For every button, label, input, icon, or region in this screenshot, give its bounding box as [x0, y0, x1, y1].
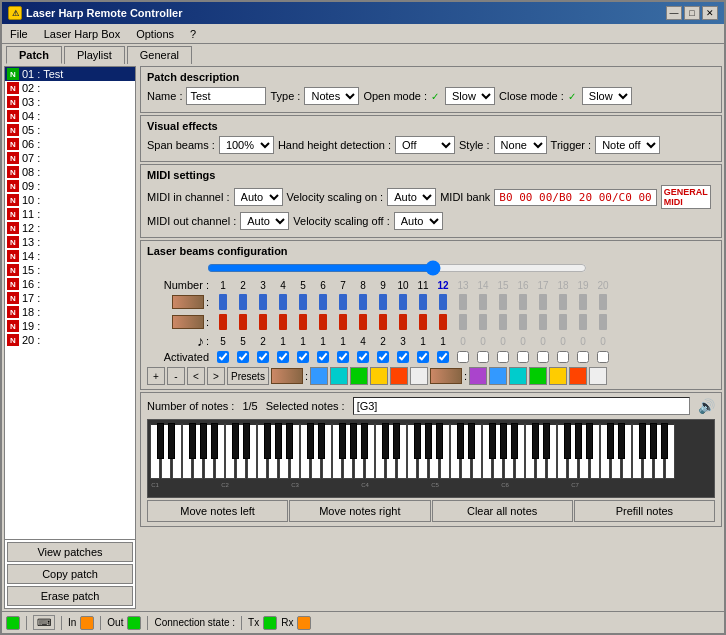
top-bar-cell-11[interactable] — [413, 293, 433, 311]
patch-item-07[interactable]: N 07 : — [5, 151, 135, 165]
black-key-C#2[interactable] — [232, 423, 239, 459]
menu-file[interactable]: File — [6, 27, 32, 41]
top-bar-cell-16[interactable] — [513, 293, 533, 311]
black-key-A#3[interactable] — [361, 423, 368, 459]
prefill-notes-button[interactable]: Prefill notes — [574, 500, 715, 522]
black-key-D#7[interactable] — [618, 423, 625, 459]
chk-13[interactable] — [453, 351, 473, 363]
color-white1[interactable] — [410, 367, 428, 385]
chk-10[interactable] — [393, 351, 413, 363]
black-key-D#4[interactable] — [393, 423, 400, 459]
bot-bar-cell-13[interactable] — [453, 313, 473, 331]
black-key-F#6[interactable] — [564, 423, 571, 459]
top-bar-cell-20[interactable] — [593, 293, 613, 311]
black-key-D#1[interactable] — [168, 423, 175, 459]
top-bar-cell-10[interactable] — [393, 293, 413, 311]
black-key-C#4[interactable] — [382, 423, 389, 459]
close-button[interactable]: ✕ — [702, 6, 718, 20]
bot-bar-cell-4[interactable] — [273, 313, 293, 331]
bot-bar-cell-8[interactable] — [353, 313, 373, 331]
erase-patch-button[interactable]: Erase patch — [7, 586, 133, 606]
bot-bar-cell-10[interactable] — [393, 313, 413, 331]
black-key-F#4[interactable] — [414, 423, 421, 459]
top-bar-cell-17[interactable] — [533, 293, 553, 311]
close-mode-select[interactable]: Slow Fast — [582, 87, 632, 105]
menu-laser-harp-box[interactable]: Laser Harp Box — [40, 27, 124, 41]
black-key-A#6[interactable] — [586, 423, 593, 459]
bot-bar-cell-5[interactable] — [293, 313, 313, 331]
bot-bar-cell-6[interactable] — [313, 313, 333, 331]
patch-item-14[interactable]: N 14 : — [5, 249, 135, 263]
velocity-on-select[interactable]: Auto — [387, 188, 436, 206]
color-green2[interactable] — [529, 367, 547, 385]
remove-beam-button[interactable]: - — [167, 367, 185, 385]
copy-patch-button[interactable]: Copy patch — [7, 564, 133, 584]
patch-item-08[interactable]: N 08 : — [5, 165, 135, 179]
chk-15[interactable] — [493, 351, 513, 363]
view-patches-button[interactable]: View patches — [7, 542, 133, 562]
patch-item-18[interactable]: N 18 : — [5, 305, 135, 319]
hand-select[interactable]: Off On — [395, 136, 455, 154]
top-bar-cell-15[interactable] — [493, 293, 513, 311]
black-key-G#3[interactable] — [350, 423, 357, 459]
bot-bar-cell-12[interactable] — [433, 313, 453, 331]
trigger-select[interactable]: Note off Note on — [595, 136, 660, 154]
top-bar-cell-2[interactable] — [233, 293, 253, 311]
next-beam-button[interactable]: > — [207, 367, 225, 385]
chk-17[interactable] — [533, 351, 553, 363]
chk-6[interactable] — [313, 351, 333, 363]
top-bar-cell-19[interactable] — [573, 293, 593, 311]
style-select[interactable]: None — [494, 136, 547, 154]
chk-9[interactable] — [373, 351, 393, 363]
black-key-G#6[interactable] — [575, 423, 582, 459]
color-blue1[interactable] — [310, 367, 328, 385]
bot-bar-cell-2[interactable] — [233, 313, 253, 331]
patch-item-10[interactable]: N 10 : — [5, 193, 135, 207]
bot-bar-cell-17[interactable] — [533, 313, 553, 331]
bot-bar-cell-18[interactable] — [553, 313, 573, 331]
prev-beam-button[interactable]: < — [187, 367, 205, 385]
top-bar-cell-1[interactable] — [213, 293, 233, 311]
patch-item-20[interactable]: N 20 : — [5, 333, 135, 347]
menu-options[interactable]: Options — [132, 27, 178, 41]
top-bar-cell-3[interactable] — [253, 293, 273, 311]
midi-out-select[interactable]: Auto — [240, 212, 289, 230]
chk-14[interactable] — [473, 351, 493, 363]
black-key-F#3[interactable] — [339, 423, 346, 459]
black-key-C#7[interactable] — [607, 423, 614, 459]
patch-item-04[interactable]: N 04 : — [5, 109, 135, 123]
black-key-D#3[interactable] — [318, 423, 325, 459]
patch-item-06[interactable]: N 06 : — [5, 137, 135, 151]
patch-item-03[interactable]: N 03 : — [5, 95, 135, 109]
chk-2[interactable] — [233, 351, 253, 363]
minimize-button[interactable]: — — [666, 6, 682, 20]
color-yellow1[interactable] — [370, 367, 388, 385]
chk-3[interactable] — [253, 351, 273, 363]
color-white2[interactable] — [589, 367, 607, 385]
chk-12[interactable] — [433, 351, 453, 363]
clear-all-notes-button[interactable]: Clear all notes — [432, 500, 573, 522]
black-key-D#5[interactable] — [468, 423, 475, 459]
chk-16[interactable] — [513, 351, 533, 363]
bot-bar-cell-19[interactable] — [573, 313, 593, 331]
patch-item-13[interactable]: N 13 : — [5, 235, 135, 249]
black-key-D#6[interactable] — [543, 423, 550, 459]
bot-bar-cell-11[interactable] — [413, 313, 433, 331]
chk-7[interactable] — [333, 351, 353, 363]
top-bar-cell-12[interactable] — [433, 293, 453, 311]
open-mode-select[interactable]: Slow Fast — [445, 87, 495, 105]
chk-4[interactable] — [273, 351, 293, 363]
add-beam-button[interactable]: + — [147, 367, 165, 385]
top-bar-cell-7[interactable] — [333, 293, 353, 311]
black-key-A#2[interactable] — [286, 423, 293, 459]
midi-in-select[interactable]: Auto — [234, 188, 283, 206]
bot-bar-cell-3[interactable] — [253, 313, 273, 331]
top-bar-cell-13[interactable] — [453, 293, 473, 311]
chk-19[interactable] — [573, 351, 593, 363]
black-key-D#2[interactable] — [243, 423, 250, 459]
bot-bar-cell-1[interactable] — [213, 313, 233, 331]
beams-slider[interactable] — [207, 261, 587, 275]
chk-20[interactable] — [593, 351, 613, 363]
type-select[interactable]: Notes MIDI — [304, 87, 359, 105]
black-key-F#2[interactable] — [264, 423, 271, 459]
